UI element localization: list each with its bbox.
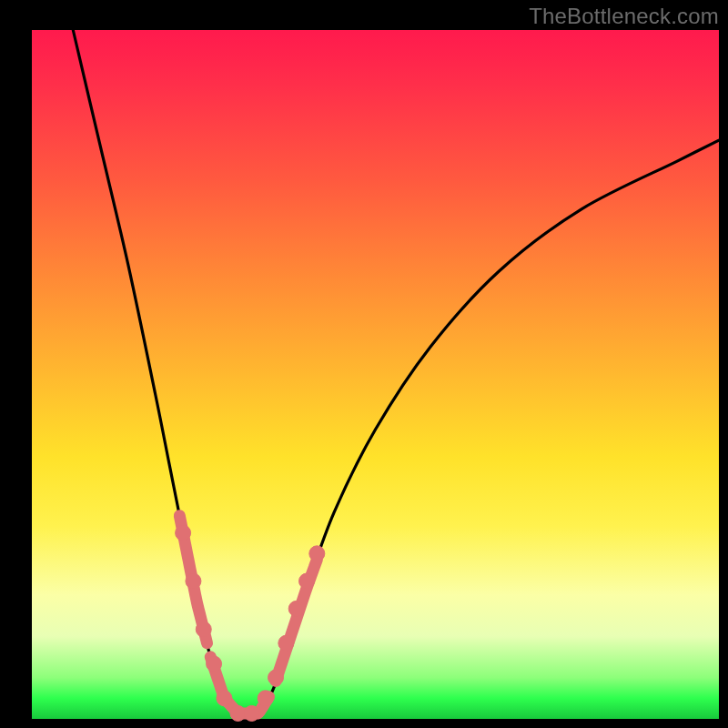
highlight-dot (299, 573, 315, 589)
highlight-dot (186, 573, 201, 589)
highlight-dot (176, 525, 191, 541)
chart-frame: TheBottleneck.com (0, 0, 728, 728)
highlight-dot (244, 705, 259, 721)
highlight-dot (230, 705, 246, 721)
highlight-dot (309, 546, 325, 561)
highlight-dot (268, 670, 284, 685)
highlight-dot (288, 601, 304, 616)
highlight-dot (207, 656, 222, 672)
highlight-dot (217, 691, 232, 706)
right-curve (258, 140, 719, 713)
plot-area (32, 30, 719, 719)
left-curve (73, 30, 238, 713)
highlight-dot (278, 635, 294, 651)
highlight-dot (196, 622, 211, 637)
chart-svg (32, 30, 719, 719)
highlight-dot (258, 691, 273, 706)
watermark-text: TheBottleneck.com (529, 4, 719, 29)
